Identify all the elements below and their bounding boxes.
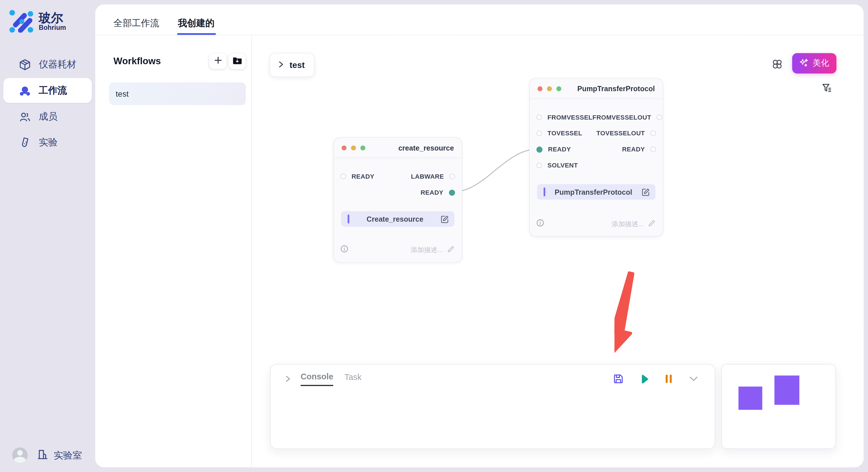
node-function-pill[interactable]: PumpTransferProtocol	[537, 184, 656, 200]
port-label: READY	[548, 146, 571, 153]
port-row: SOLVENT	[536, 160, 656, 171]
workspace-label: 实验室	[54, 449, 82, 462]
info-icon[interactable]	[340, 245, 348, 255]
node-pump-transfer-protocol[interactable]: PumpTransferProtocol FROMVESSEL FROMVESS…	[529, 78, 663, 237]
edit-icon[interactable]	[441, 215, 449, 223]
task-tab[interactable]: Task	[344, 372, 361, 385]
workflow-icon	[19, 84, 31, 96]
console-panel: Console Task	[270, 364, 715, 449]
pill-label: Create_resource	[349, 215, 441, 223]
node-title: create_resource	[398, 143, 454, 152]
sparkles-icon	[799, 58, 809, 69]
port-handle[interactable]	[536, 163, 542, 168]
output-port: TOVESSELOUT	[596, 130, 656, 136]
filter-icon[interactable]	[822, 83, 832, 94]
port-label: FROMVESSEL	[547, 114, 592, 121]
input-port: READY	[340, 173, 374, 180]
workspace-switcher[interactable]: 实验室	[36, 448, 82, 463]
traffic-yellow-dot	[351, 145, 356, 150]
tab-all-workflows[interactable]: 全部工作流	[113, 17, 159, 35]
node-title: PumpTransferProtocol	[577, 84, 655, 93]
workflow-list-panel: Workflows	[95, 35, 252, 467]
package-icon	[19, 58, 31, 70]
port-handle[interactable]	[536, 146, 542, 152]
port-row: READY READY	[536, 144, 656, 155]
port-handle[interactable]	[650, 146, 656, 152]
sidebar-item-label: 仪器耗材	[39, 58, 76, 71]
port-handle[interactable]	[450, 174, 455, 179]
breadcrumb[interactable]: test	[270, 53, 314, 77]
port-label: FROMVESSELOUT	[592, 114, 651, 121]
port-handle[interactable]	[650, 131, 656, 136]
port-label: SOLVENT	[547, 162, 578, 169]
tab-created-by-me[interactable]: 我创建的	[178, 17, 214, 35]
traffic-green-dot	[360, 145, 365, 150]
panel-title: Workflows	[113, 56, 161, 67]
add-description[interactable]: 添加描述...	[411, 245, 454, 255]
port-row: FROMVESSEL FROMVESSELOUT	[536, 112, 656, 123]
edit-icon[interactable]	[642, 188, 650, 196]
traffic-green-dot	[556, 86, 561, 91]
logo[interactable]: 玻尔 Bohrium	[0, 0, 95, 35]
traffic-red-dot	[538, 86, 542, 91]
port-label: READY	[622, 146, 645, 153]
port-row: READY LABWARE	[340, 171, 455, 182]
run-icon[interactable]	[639, 374, 650, 384]
workflow-list-item[interactable]: test	[109, 82, 246, 105]
port-handle[interactable]	[536, 131, 542, 136]
import-folder-button[interactable]	[228, 53, 246, 69]
sidebar-item-members[interactable]: 成员	[3, 104, 92, 129]
input-port: READY	[536, 146, 571, 153]
port-handle[interactable]	[657, 114, 662, 120]
add-description[interactable]: 添加描述...	[612, 219, 655, 229]
plus-icon	[213, 56, 222, 67]
port-handle[interactable]	[536, 114, 542, 120]
port-row: READY	[340, 187, 455, 198]
sidebar-item-experiment[interactable]: 实验	[3, 130, 92, 155]
save-icon[interactable]	[613, 373, 624, 384]
chevron-down-icon[interactable]	[688, 373, 699, 384]
sidebar-item-instruments[interactable]: 仪器耗材	[3, 52, 92, 77]
port-label: TOVESSELOUT	[596, 130, 645, 136]
app-root: 玻尔 Bohrium 仪器耗材	[0, 0, 868, 472]
console-collapse-icon[interactable]	[284, 375, 291, 383]
node-create-resource[interactable]: create_resource READY LABWARE	[333, 137, 462, 263]
description-placeholder: 添加描述...	[411, 245, 443, 255]
minimap-node-create-resource	[739, 386, 763, 410]
minimap[interactable]	[721, 364, 836, 449]
beautify-button[interactable]: 美化	[792, 53, 836, 73]
console-tab[interactable]: Console	[301, 372, 333, 386]
sidebar-nav: 仪器耗材 工作流	[0, 51, 95, 156]
node-function-pill[interactable]: Create_resource	[341, 211, 454, 227]
members-icon	[19, 110, 31, 123]
port-row: TOVESSEL TOVESSELOUT	[536, 128, 656, 139]
sidebar-item-workflow[interactable]: 工作流	[3, 78, 92, 103]
info-icon[interactable]	[536, 219, 544, 229]
experiment-icon	[19, 136, 31, 148]
description-placeholder: 添加描述...	[612, 220, 644, 229]
pause-icon[interactable]	[664, 374, 673, 384]
input-port: FROMVESSEL	[536, 114, 592, 121]
user-avatar[interactable]	[12, 448, 28, 463]
port-rows: READY LABWARE	[334, 158, 462, 198]
sidebar-item-label: 工作流	[39, 84, 67, 97]
add-workflow-button[interactable]	[209, 53, 226, 69]
command-grid-icon[interactable]	[772, 59, 783, 70]
sidebar-footer: 实验室	[0, 448, 95, 463]
output-port: READY	[622, 146, 656, 153]
sidebar: 玻尔 Bohrium 仪器耗材	[0, 0, 95, 472]
pencil-icon	[648, 219, 655, 229]
port-handle[interactable]	[449, 190, 455, 196]
port-handle[interactable]	[340, 174, 346, 179]
flow-canvas[interactable]: test 美化	[252, 35, 863, 467]
beautify-label: 美化	[813, 58, 829, 69]
sidebar-item-label: 实验	[39, 136, 58, 148]
bohrium-logo-icon	[9, 8, 33, 35]
folder-import-icon	[232, 56, 242, 66]
port-label: READY	[352, 173, 375, 180]
traffic-light-dots	[342, 145, 365, 150]
port-label: TOVESSEL	[547, 130, 582, 136]
port-label: LABWARE	[411, 173, 444, 180]
minimap-node-pump	[774, 375, 799, 405]
logo-subtitle: Bohrium	[39, 24, 66, 31]
